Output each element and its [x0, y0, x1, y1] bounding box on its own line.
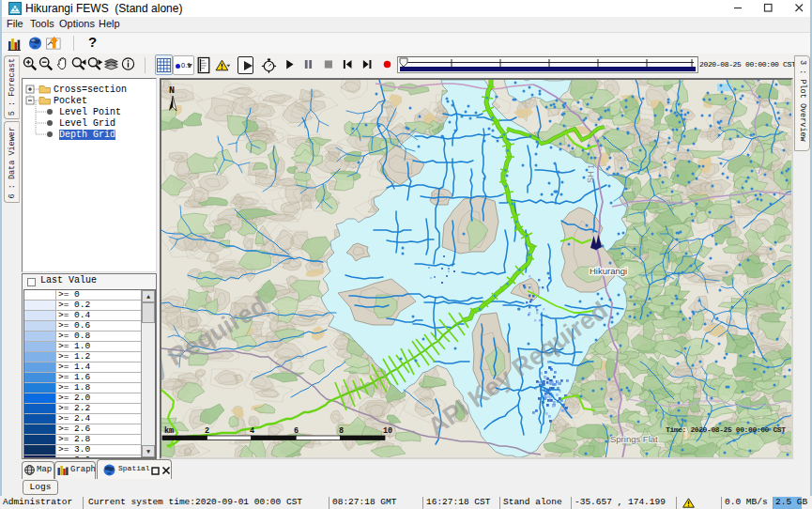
svg-text:8: 8 [339, 426, 344, 436]
svg-text:6: 6 [294, 426, 299, 436]
svg-text:km: km [164, 426, 174, 436]
svg-text:Springs Flat: Springs Flat [610, 434, 658, 444]
svg-text:Hikurangi: Hikurangi [590, 266, 627, 276]
svg-text:Time: 2020-08-25 00:00:00 CST: Time: 2020-08-25 00:00:00 CST [666, 425, 786, 434]
svg-text:4: 4 [250, 426, 254, 436]
svg-text:10: 10 [383, 426, 392, 436]
svg-text:SH 1: SH 1 [586, 164, 596, 183]
svg-text:N: N [169, 85, 175, 96]
svg-text:2: 2 [205, 426, 209, 436]
